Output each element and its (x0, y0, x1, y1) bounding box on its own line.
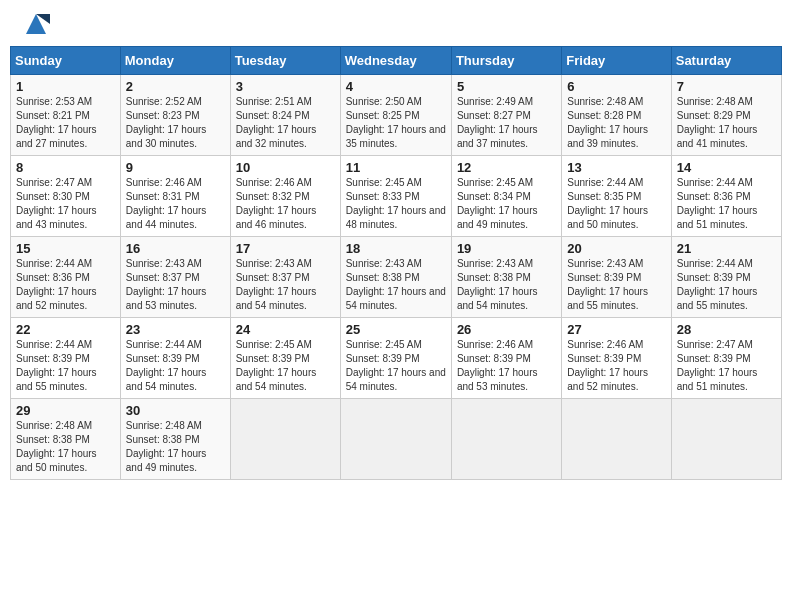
calendar-cell: 21Sunrise: 2:44 AMSunset: 8:39 PMDayligh… (671, 237, 781, 318)
day-number: 24 (236, 322, 335, 337)
calendar-cell: 30Sunrise: 2:48 AMSunset: 8:38 PMDayligh… (120, 399, 230, 480)
day-number: 2 (126, 79, 225, 94)
calendar-cell: 20Sunrise: 2:43 AMSunset: 8:39 PMDayligh… (562, 237, 671, 318)
calendar-cell: 13Sunrise: 2:44 AMSunset: 8:35 PMDayligh… (562, 156, 671, 237)
calendar-cell: 14Sunrise: 2:44 AMSunset: 8:36 PMDayligh… (671, 156, 781, 237)
calendar-cell: 29Sunrise: 2:48 AMSunset: 8:38 PMDayligh… (11, 399, 121, 480)
day-number: 15 (16, 241, 115, 256)
day-number: 30 (126, 403, 225, 418)
day-number: 19 (457, 241, 556, 256)
day-info: Sunrise: 2:48 AMSunset: 8:38 PMDaylight:… (126, 420, 207, 473)
calendar-cell: 2Sunrise: 2:52 AMSunset: 8:23 PMDaylight… (120, 75, 230, 156)
calendar-cell (562, 399, 671, 480)
calendar-cell: 1Sunrise: 2:53 AMSunset: 8:21 PMDaylight… (11, 75, 121, 156)
calendar-cell: 23Sunrise: 2:44 AMSunset: 8:39 PMDayligh… (120, 318, 230, 399)
day-info: Sunrise: 2:43 AMSunset: 8:37 PMDaylight:… (126, 258, 207, 311)
calendar-cell (340, 399, 451, 480)
calendar-cell (451, 399, 561, 480)
day-number: 21 (677, 241, 776, 256)
day-info: Sunrise: 2:51 AMSunset: 8:24 PMDaylight:… (236, 96, 317, 149)
day-number: 11 (346, 160, 446, 175)
day-number: 9 (126, 160, 225, 175)
day-info: Sunrise: 2:46 AMSunset: 8:39 PMDaylight:… (457, 339, 538, 392)
day-number: 5 (457, 79, 556, 94)
day-number: 29 (16, 403, 115, 418)
weekday-header: Sunday (11, 47, 121, 75)
day-number: 22 (16, 322, 115, 337)
day-number: 25 (346, 322, 446, 337)
calendar-cell: 16Sunrise: 2:43 AMSunset: 8:37 PMDayligh… (120, 237, 230, 318)
day-number: 18 (346, 241, 446, 256)
calendar-cell: 22Sunrise: 2:44 AMSunset: 8:39 PMDayligh… (11, 318, 121, 399)
day-info: Sunrise: 2:47 AMSunset: 8:30 PMDaylight:… (16, 177, 97, 230)
calendar-cell: 3Sunrise: 2:51 AMSunset: 8:24 PMDaylight… (230, 75, 340, 156)
calendar-cell: 6Sunrise: 2:48 AMSunset: 8:28 PMDaylight… (562, 75, 671, 156)
day-info: Sunrise: 2:44 AMSunset: 8:39 PMDaylight:… (677, 258, 758, 311)
day-info: Sunrise: 2:44 AMSunset: 8:36 PMDaylight:… (16, 258, 97, 311)
day-number: 20 (567, 241, 665, 256)
weekday-header: Wednesday (340, 47, 451, 75)
calendar-cell: 25Sunrise: 2:45 AMSunset: 8:39 PMDayligh… (340, 318, 451, 399)
day-info: Sunrise: 2:43 AMSunset: 8:39 PMDaylight:… (567, 258, 648, 311)
day-info: Sunrise: 2:43 AMSunset: 8:37 PMDaylight:… (236, 258, 317, 311)
day-info: Sunrise: 2:47 AMSunset: 8:39 PMDaylight:… (677, 339, 758, 392)
day-info: Sunrise: 2:45 AMSunset: 8:39 PMDaylight:… (236, 339, 317, 392)
day-info: Sunrise: 2:50 AMSunset: 8:25 PMDaylight:… (346, 96, 446, 149)
day-number: 6 (567, 79, 665, 94)
day-number: 28 (677, 322, 776, 337)
day-info: Sunrise: 2:44 AMSunset: 8:35 PMDaylight:… (567, 177, 648, 230)
logo-icon (22, 10, 50, 38)
day-info: Sunrise: 2:45 AMSunset: 8:34 PMDaylight:… (457, 177, 538, 230)
calendar-cell: 15Sunrise: 2:44 AMSunset: 8:36 PMDayligh… (11, 237, 121, 318)
calendar-cell: 27Sunrise: 2:46 AMSunset: 8:39 PMDayligh… (562, 318, 671, 399)
day-number: 8 (16, 160, 115, 175)
weekday-header: Saturday (671, 47, 781, 75)
calendar-cell: 26Sunrise: 2:46 AMSunset: 8:39 PMDayligh… (451, 318, 561, 399)
calendar-cell: 24Sunrise: 2:45 AMSunset: 8:39 PMDayligh… (230, 318, 340, 399)
calendar-cell: 4Sunrise: 2:50 AMSunset: 8:25 PMDaylight… (340, 75, 451, 156)
calendar-table: SundayMondayTuesdayWednesdayThursdayFrid… (10, 46, 782, 480)
day-number: 17 (236, 241, 335, 256)
calendar-cell: 12Sunrise: 2:45 AMSunset: 8:34 PMDayligh… (451, 156, 561, 237)
calendar-cell: 17Sunrise: 2:43 AMSunset: 8:37 PMDayligh… (230, 237, 340, 318)
day-number: 7 (677, 79, 776, 94)
weekday-header: Tuesday (230, 47, 340, 75)
day-info: Sunrise: 2:48 AMSunset: 8:29 PMDaylight:… (677, 96, 758, 149)
day-info: Sunrise: 2:46 AMSunset: 8:32 PMDaylight:… (236, 177, 317, 230)
calendar-cell: 10Sunrise: 2:46 AMSunset: 8:32 PMDayligh… (230, 156, 340, 237)
day-info: Sunrise: 2:48 AMSunset: 8:38 PMDaylight:… (16, 420, 97, 473)
day-number: 13 (567, 160, 665, 175)
day-info: Sunrise: 2:46 AMSunset: 8:39 PMDaylight:… (567, 339, 648, 392)
calendar-cell: 19Sunrise: 2:43 AMSunset: 8:38 PMDayligh… (451, 237, 561, 318)
day-info: Sunrise: 2:44 AMSunset: 8:39 PMDaylight:… (16, 339, 97, 392)
day-info: Sunrise: 2:43 AMSunset: 8:38 PMDaylight:… (346, 258, 446, 311)
day-number: 26 (457, 322, 556, 337)
day-number: 3 (236, 79, 335, 94)
day-info: Sunrise: 2:43 AMSunset: 8:38 PMDaylight:… (457, 258, 538, 311)
day-number: 4 (346, 79, 446, 94)
day-number: 10 (236, 160, 335, 175)
calendar-cell (230, 399, 340, 480)
calendar-cell (671, 399, 781, 480)
calendar-cell: 5Sunrise: 2:49 AMSunset: 8:27 PMDaylight… (451, 75, 561, 156)
logo (18, 10, 50, 38)
day-info: Sunrise: 2:44 AMSunset: 8:39 PMDaylight:… (126, 339, 207, 392)
day-number: 12 (457, 160, 556, 175)
calendar-cell: 11Sunrise: 2:45 AMSunset: 8:33 PMDayligh… (340, 156, 451, 237)
day-info: Sunrise: 2:52 AMSunset: 8:23 PMDaylight:… (126, 96, 207, 149)
logo-inner (18, 10, 50, 38)
calendar-cell: 18Sunrise: 2:43 AMSunset: 8:38 PMDayligh… (340, 237, 451, 318)
weekday-header: Friday (562, 47, 671, 75)
day-number: 14 (677, 160, 776, 175)
day-info: Sunrise: 2:44 AMSunset: 8:36 PMDaylight:… (677, 177, 758, 230)
day-info: Sunrise: 2:48 AMSunset: 8:28 PMDaylight:… (567, 96, 648, 149)
calendar-cell: 7Sunrise: 2:48 AMSunset: 8:29 PMDaylight… (671, 75, 781, 156)
day-number: 27 (567, 322, 665, 337)
day-info: Sunrise: 2:49 AMSunset: 8:27 PMDaylight:… (457, 96, 538, 149)
page-header (10, 10, 782, 38)
weekday-header: Thursday (451, 47, 561, 75)
calendar-cell: 28Sunrise: 2:47 AMSunset: 8:39 PMDayligh… (671, 318, 781, 399)
day-number: 23 (126, 322, 225, 337)
day-number: 1 (16, 79, 115, 94)
day-info: Sunrise: 2:46 AMSunset: 8:31 PMDaylight:… (126, 177, 207, 230)
